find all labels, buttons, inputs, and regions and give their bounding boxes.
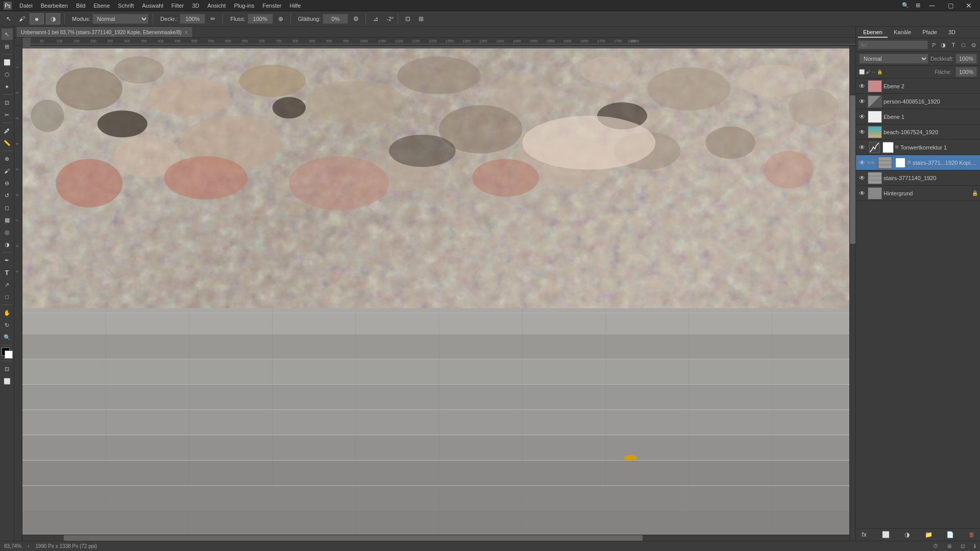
horizontal-scrollbar[interactable] (22, 535, 849, 541)
zoom-tool[interactable]: 🔍 (2, 332, 13, 343)
filter-smartobj-button[interactable]: ⊙ (969, 40, 978, 50)
layer-row-tonwert[interactable]: 👁 ⛓ Tonwertkorrektur 1 (856, 140, 980, 155)
layer-row-stairs[interactable]: 👁 stairs-3771140_1920 (856, 170, 980, 186)
type-tool[interactable]: T (2, 267, 13, 278)
document-tab[interactable]: Unbenannt-1 bei 83,7% (stairs-3771140_19… (16, 27, 192, 37)
filter-shape-button[interactable]: □ (959, 40, 968, 50)
layer-row-hintergrund[interactable]: 👁 Hintergrund 🔒 (856, 186, 980, 201)
layer-visibility-tonwert[interactable]: 👁 (858, 143, 866, 152)
layer-row-stairs-kopie[interactable]: 👁 ⊙ fx (856, 155, 980, 170)
create-layer-button[interactable]: 📄 (945, 530, 955, 539)
layer-visibility-beach[interactable]: 👁 (858, 128, 866, 136)
stamp-tool[interactable]: ⊖ (2, 178, 13, 189)
add-adjustment-button[interactable]: ◑ (902, 530, 912, 539)
blend-mode-select[interactable]: Normal (92, 14, 149, 24)
opacity-input[interactable] (180, 14, 205, 24)
timeline-icon[interactable]: ⏱ (933, 543, 938, 549)
marquee-tool[interactable]: ⬜ (2, 57, 13, 68)
filter-adjustment-button[interactable]: ◑ (939, 40, 948, 50)
hardness-button[interactable]: ◑ (46, 13, 60, 24)
maximize-button[interactable]: ▢ (941, 0, 960, 11)
layer-comp-icon[interactable]: ⊞ (947, 543, 951, 549)
smoothing-input[interactable] (323, 14, 348, 24)
brush-tool-button[interactable]: 🖌 (16, 13, 28, 24)
menu-bearbeiten[interactable]: Bearbeiten (37, 2, 72, 10)
layer-visibility-hintergrund[interactable]: 👁 (858, 189, 866, 197)
search-button[interactable]: 🔍 (900, 1, 911, 11)
menu-filter[interactable]: Filter (167, 2, 188, 10)
smoothing-settings-button[interactable]: ⚙ (350, 13, 361, 24)
tab-ebenen[interactable]: Ebenen (858, 28, 888, 38)
lock-all-icon[interactable]: 🔒 (877, 69, 883, 74)
lasso-tool[interactable]: ⬡ (2, 69, 13, 80)
document-tab-close[interactable]: × (185, 30, 188, 35)
ruler-tool[interactable]: 📏 (2, 137, 13, 148)
pen-tool[interactable]: ✒ (2, 255, 13, 266)
vertical-scrollbar-thumb[interactable] (850, 95, 855, 244)
tab-pfade[interactable]: Pfade (917, 28, 942, 38)
angle-button[interactable]: ⊿ (370, 13, 381, 24)
blur-tool[interactable]: ◎ (2, 227, 13, 238)
workspace-switcher[interactable]: ⊞ (913, 1, 923, 11)
shape-tool[interactable]: □ (2, 291, 13, 303)
eraser-tool[interactable]: ◻ (2, 202, 13, 213)
menu-plugins[interactable]: Plug-ins (230, 2, 258, 10)
filter-kind-button[interactable]: 𝓟 (929, 40, 938, 50)
add-fx-button[interactable]: fx (859, 530, 869, 539)
menu-3d[interactable]: 3D (188, 2, 203, 10)
add-mask-button[interactable]: ⬜ (880, 530, 891, 539)
layer-visibility-ebene2[interactable]: 👁 (858, 82, 866, 90)
layer-row-ebene1[interactable]: 👁 Ebene 1 (856, 109, 980, 124)
layer-visibility-stairs-kopie[interactable]: 👁 (858, 159, 866, 167)
artboard-tool[interactable]: ⊞ (2, 41, 13, 52)
lock-position-icon[interactable]: ↔ (871, 69, 876, 74)
lock-transparent-icon[interactable]: ⬜ (859, 69, 865, 74)
layers-opacity-input[interactable] (955, 54, 977, 64)
slice-tool[interactable]: ✂ (2, 109, 13, 120)
menu-ansicht[interactable]: Ansicht (203, 2, 230, 10)
delete-layer-button[interactable]: 🗑 (967, 530, 977, 539)
crop-tool[interactable]: ⊡ (2, 97, 13, 108)
filter-type-button[interactable]: T (949, 40, 958, 50)
layer-row-person[interactable]: 👁 person-4008516_1920 (856, 94, 980, 109)
tab-3d[interactable]: 3D (943, 28, 961, 38)
artboard-icon[interactable]: ⊡ (961, 543, 965, 549)
brush-size-button[interactable]: ● (30, 13, 44, 24)
move-tool-button[interactable]: ↖ (3, 13, 14, 24)
menu-auswahl[interactable]: Auswahl (138, 2, 167, 10)
airbrush-button[interactable]: ⊕ (275, 13, 286, 24)
create-group-button[interactable]: 📁 (924, 530, 934, 539)
flow-input[interactable] (248, 14, 273, 24)
magic-wand-tool[interactable]: ✦ (2, 81, 13, 92)
gradient-tool[interactable]: ▦ (2, 214, 13, 226)
background-color[interactable] (5, 350, 13, 359)
dodge-tool[interactable]: ◑ (2, 239, 13, 250)
move-tool[interactable]: ↖ (2, 29, 13, 40)
layer-row-beach[interactable]: 👁 beach-1067524_1920 (856, 124, 980, 140)
layers-fill-input[interactable] (955, 67, 977, 77)
layers-blend-mode-select[interactable]: Normal (859, 54, 928, 64)
layer-row-ebene2[interactable]: 👁 Ebene 2 (856, 79, 980, 94)
screen-mode-button[interactable]: ⬜ (2, 375, 13, 387)
horizontal-scrollbar-thumb[interactable] (64, 535, 643, 541)
menu-bild[interactable]: Bild (72, 2, 89, 10)
menu-ebene[interactable]: Ebene (89, 2, 114, 10)
layer-visibility-person[interactable]: 👁 (858, 97, 866, 106)
quick-mask-button[interactable]: ⊡ (2, 363, 13, 374)
properties-icon[interactable]: ℹ (974, 543, 976, 549)
vertical-scrollbar[interactable] (849, 46, 855, 541)
menu-schrift[interactable]: Schrift (114, 2, 138, 10)
symmetry-button[interactable]: ⊞ (415, 13, 427, 24)
close-button[interactable]: ✕ (960, 0, 978, 11)
opacity-pen-button[interactable]: ✏ (207, 13, 218, 24)
lock-pixels-icon[interactable]: 🖌 (866, 69, 870, 74)
eyedropper-tool[interactable]: 💉 (2, 125, 13, 136)
brush-tool[interactable]: 🖌 (2, 165, 13, 177)
menu-datei[interactable]: Datei (15, 2, 37, 10)
hand-tool[interactable]: ✋ (2, 307, 13, 318)
canvas-viewport[interactable] (22, 46, 855, 541)
path-selection-tool[interactable]: ↗ (2, 279, 13, 290)
layer-visibility-ebene1[interactable]: 👁 (858, 113, 866, 121)
rotate-view-tool[interactable]: ↻ (2, 319, 13, 331)
history-brush-tool[interactable]: ↺ (2, 190, 13, 201)
